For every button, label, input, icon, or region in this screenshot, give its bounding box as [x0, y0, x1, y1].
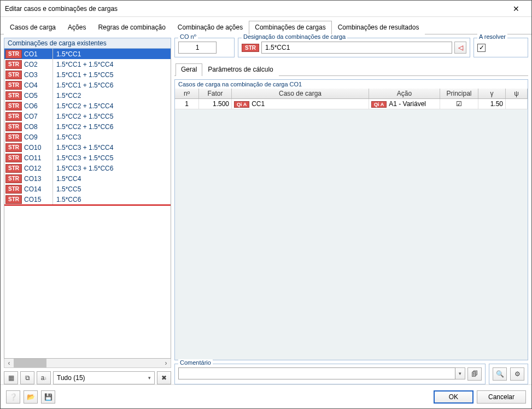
solve-group: A resolver ✓ [473, 38, 528, 57]
combo-desc: 1.5*CC2 + 1.5*CC4 [56, 102, 171, 110]
combo-row[interactable]: STRCO111.5*CC3 + 1.5*CC5 [4, 153, 171, 163]
cell-principal[interactable]: ☑ [440, 99, 478, 109]
ok-button[interactable]: OK [434, 390, 473, 404]
col-no[interactable]: nº [175, 89, 199, 98]
col-caso[interactable]: Caso de carga [232, 89, 369, 98]
combo-row[interactable]: STRCO21.5*CC1 + 1.5*CC4 [4, 59, 171, 69]
combo-id: CO14 [24, 185, 52, 193]
combo-row[interactable]: STRCO51.5*CC2 [4, 90, 171, 101]
sort-button[interactable]: a↓ [37, 371, 51, 384]
combo-row[interactable]: STRCO81.5*CC2 + 1.5*CC6 [4, 121, 171, 132]
main-tab-2[interactable]: Regras de combinação [92, 21, 171, 34]
comment-input[interactable] [178, 367, 455, 379]
combo-id: CO10 [24, 144, 52, 151]
combo-row[interactable]: STRCO11.5*CC1 [4, 49, 171, 59]
close-button[interactable]: ✕ [505, 1, 527, 16]
col-fator[interactable]: Fator [199, 89, 232, 98]
combo-desc: 1.5*CC1 + 1.5*CC4 [56, 61, 171, 68]
col-gamma[interactable]: γ [478, 89, 506, 98]
combo-row[interactable]: STRCO131.5*CC4 [4, 173, 171, 184]
main-tab-3[interactable]: Combinação de ações [172, 21, 249, 34]
settings-button[interactable]: ⚙ [510, 367, 524, 381]
col-acao[interactable]: Ação [369, 89, 440, 98]
col-psi[interactable]: ψ [506, 89, 528, 98]
str-tag: STR [5, 154, 22, 162]
combo-desc: 1.5*CC1 [56, 50, 171, 58]
side-buttons: 🔍 ⚙ [489, 364, 528, 384]
str-tag: STR [5, 50, 22, 59]
copy-item-button[interactable]: ⧉ [20, 371, 34, 384]
main-tab-4[interactable]: Combinações de cargas [249, 21, 331, 34]
designation-input[interactable] [261, 42, 452, 54]
horizontal-scrollbar[interactable]: ‹› [4, 359, 171, 368]
str-tag: STR [5, 60, 22, 69]
co-number-label: CO nº [178, 33, 198, 40]
cell-gamma: 1.50 [478, 99, 506, 109]
right-pane: CO nº Designação da combinações de carga… [174, 38, 528, 384]
str-tag: STR [5, 122, 22, 131]
combo-desc: 1.5*CC2 + 1.5*CC5 [56, 113, 171, 120]
combo-id: CO11 [24, 154, 52, 162]
new-item-button[interactable]: ▦ [4, 371, 18, 384]
combo-id: CO13 [24, 175, 52, 183]
combo-list[interactable]: STRCO11.5*CC1STRCO21.5*CC1 + 1.5*CC4STRC… [4, 49, 171, 359]
comment-library-button[interactable]: 🗐 [467, 367, 482, 381]
details-button[interactable]: 🔍 [493, 367, 507, 381]
combo-row[interactable]: STRCO41.5*CC1 + 1.5*CC6 [4, 80, 171, 90]
main-tab-5[interactable]: Combinações de resultados [332, 21, 425, 34]
sub-tab-0[interactable]: Geral [176, 63, 202, 76]
combo-row[interactable]: STRCO61.5*CC2 + 1.5*CC4 [4, 101, 171, 111]
filter-select[interactable]: Tudo (15) ▾ [53, 371, 155, 384]
cell-acao: Qi AA1 - Variável [369, 99, 440, 109]
combo-desc: 1.5*CC4 [56, 175, 171, 183]
combo-id: CO6 [24, 102, 52, 110]
combo-id: CO2 [24, 61, 52, 68]
grid-header: nº Fator Caso de carga Ação Principal γ … [175, 89, 528, 99]
window-title: Editar casos e combinações de cargas [5, 5, 505, 13]
combo-desc: 1.5*CC3 + 1.5*CC6 [56, 165, 171, 172]
str-tag: STR [5, 143, 22, 152]
solve-checkbox[interactable]: ✓ [477, 44, 486, 52]
main-tab-0[interactable]: Casos de carga [4, 21, 62, 34]
combo-desc: 1.5*CC2 [56, 92, 171, 100]
main-tabs: Casos de cargaAçõesRegras de combinaçãoC… [1, 17, 531, 34]
combo-list-header: Combinações de carga existentes [4, 38, 171, 49]
left-pane: Combinações de carga existentes STRCO11.… [4, 38, 171, 384]
str-tag: STR [5, 112, 22, 121]
str-tag: STR [5, 91, 22, 100]
str-tag: STR [5, 133, 22, 142]
delete-button[interactable]: ✖ [157, 371, 171, 384]
open-button[interactable]: 📂 [24, 390, 38, 404]
combo-row[interactable]: STRCO151.5*CC6 [4, 194, 171, 204]
combo-id: CO4 [24, 81, 52, 89]
designation-pick-button[interactable]: ◁ [454, 42, 466, 54]
combo-row[interactable]: STRCO101.5*CC3 + 1.5*CC4 [4, 142, 171, 153]
combo-id: CO8 [24, 123, 52, 131]
str-tag: STR [5, 102, 22, 110]
str-tag: STR [5, 81, 22, 90]
comment-dropdown[interactable]: ▾ [455, 367, 465, 379]
chevron-down-icon: ▾ [148, 375, 151, 381]
col-principal[interactable]: Principal [440, 89, 478, 98]
co-number-input[interactable] [178, 42, 217, 54]
combo-row[interactable]: STRCO31.5*CC1 + 1.5*CC5 [4, 69, 171, 80]
combo-row[interactable]: STRCO141.5*CC5 [4, 184, 171, 194]
grid-row[interactable]: 11.500Qi ACC1Qi AA1 - Variável☑1.50 [175, 99, 528, 109]
str-tag: STR [5, 185, 22, 194]
combo-id: CO5 [24, 92, 52, 100]
combo-id: CO15 [24, 196, 52, 203]
main-tab-1[interactable]: Ações [62, 21, 92, 34]
combo-row[interactable]: STRCO91.5*CC3 [4, 132, 171, 142]
sub-tab-1[interactable]: Parâmetros de cálculo [202, 63, 278, 76]
grid-body[interactable]: 11.500Qi ACC1Qi AA1 - Variável☑1.50 [175, 99, 528, 360]
designation-str-tag: STR [242, 44, 259, 52]
combo-desc: 1.5*CC1 + 1.5*CC5 [56, 71, 171, 79]
cancel-button[interactable]: Cancelar [477, 390, 526, 404]
help-button[interactable]: ❔ [6, 390, 20, 404]
combo-row[interactable]: STRCO121.5*CC3 + 1.5*CC6 [4, 163, 171, 173]
combo-desc: 1.5*CC1 + 1.5*CC6 [56, 81, 171, 89]
combo-row[interactable]: STRCO71.5*CC2 + 1.5*CC5 [4, 111, 171, 121]
combo-desc: 1.5*CC3 [56, 133, 171, 141]
combo-desc: 1.5*CC6 [56, 196, 171, 203]
save-button[interactable]: 💾 [41, 390, 55, 404]
